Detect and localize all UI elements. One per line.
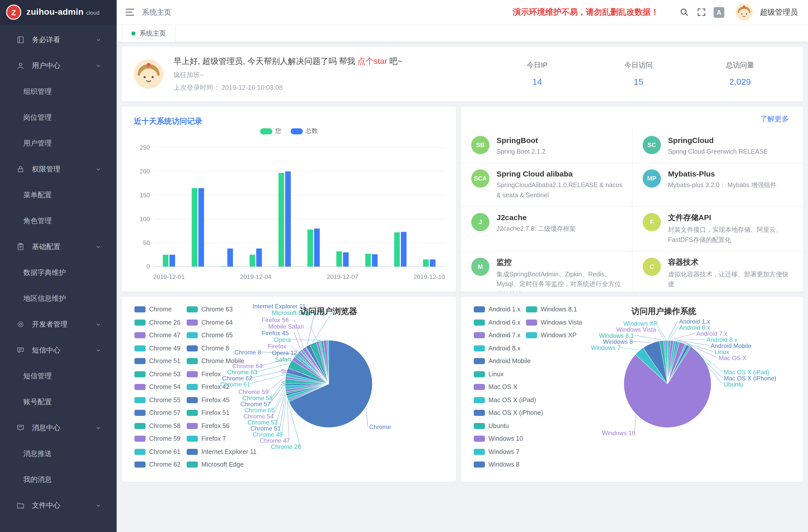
legend-item[interactable]: Firefox 7 — [187, 435, 239, 442]
bar[interactable] — [169, 255, 175, 267]
bar[interactable] — [198, 188, 204, 267]
bar[interactable] — [227, 249, 233, 267]
feature-m[interactable]: M监控集成SpringBootAdmin、Zipkin、Redis、Mysql、… — [461, 251, 632, 292]
legend-item[interactable]: Chrome 63 — [187, 306, 239, 313]
bar[interactable] — [394, 232, 400, 267]
font-size-icon[interactable]: A — [714, 7, 724, 18]
sidebar-item-user-center[interactable]: 用户中心 — [0, 53, 117, 79]
legend-item[interactable]: Chrome 64 — [187, 319, 239, 326]
sidebar-item-must-read[interactable]: 务必详看 — [0, 27, 117, 53]
sidebar-item-file-center[interactable]: 文件中心 — [0, 492, 117, 518]
sidebar-subitem-sms-manage[interactable]: 短信管理 — [0, 363, 117, 389]
visits-bar-chart[interactable]: 0501001502002502019-12-012019-12-042019-… — [128, 136, 451, 289]
sidebar-item-sms-center[interactable]: 短信中心 — [0, 337, 117, 363]
sidebar-item-message-center[interactable]: 消息中心 — [0, 415, 117, 441]
legend-item[interactable]: Chrome 59 — [134, 435, 187, 442]
legend-item[interactable]: Windows 8.1 — [526, 306, 578, 313]
breadcrumb[interactable]: 系统主页 — [142, 7, 171, 17]
sidebar-subitem-org[interactable]: 组织管理 — [0, 79, 117, 105]
bar[interactable] — [365, 254, 371, 267]
sidebar-item-developer[interactable]: 开发者管理 — [0, 311, 117, 337]
legend-item[interactable]: Windows 10 — [474, 435, 526, 442]
legend-item[interactable]: Windows XP — [526, 332, 578, 339]
legend-item[interactable]: 您 — [260, 127, 281, 135]
collapse-menu-icon[interactable] — [125, 7, 135, 17]
sidebar-subitem-my-msg[interactable]: 我的消息 — [0, 466, 117, 492]
legend-item[interactable]: Firefox — [187, 370, 239, 378]
legend-item[interactable]: Android 7.x — [474, 332, 526, 339]
sidebar-subitem-post[interactable]: 岗位管理 — [0, 105, 117, 130]
sidebar-subitem-role[interactable]: 角色管理 — [0, 208, 117, 234]
legend-item[interactable]: Mac OS X (iPad) — [474, 396, 526, 403]
bar[interactable] — [307, 230, 313, 267]
legend-item[interactable]: Chrome 26 — [134, 319, 187, 326]
sidebar-subitem-menu-config[interactable]: 菜单配置 — [0, 182, 117, 208]
stat-value[interactable]: 14 — [486, 77, 588, 87]
legend-item[interactable]: Chrome 49 — [134, 345, 187, 352]
sidebar-subitem-user[interactable]: 用户管理 — [0, 130, 117, 156]
user-avatar[interactable] — [735, 3, 753, 21]
feature-mp[interactable]: MPMybatis-PlusMybatis-plus 3.2.0： Mybati… — [632, 163, 803, 207]
legend-item[interactable]: Chrome 47 — [134, 332, 187, 339]
feature-c[interactable]: C容器技术虚拟化容器技术，让迁移、部署更加方便快捷 — [632, 251, 803, 292]
bar[interactable] — [221, 266, 226, 267]
legend-item[interactable]: Windows 7 — [474, 448, 526, 455]
legend-item[interactable]: Firefox 51 — [187, 409, 239, 416]
legend-item[interactable]: Ubuntu — [474, 422, 526, 429]
legend-item[interactable]: Firefox 42 — [187, 383, 239, 390]
bar[interactable] — [336, 251, 342, 267]
bar[interactable] — [343, 252, 349, 267]
legend-item[interactable]: Chrome 8 — [187, 345, 239, 352]
bar[interactable] — [163, 255, 168, 267]
bar[interactable] — [423, 259, 428, 267]
legend-item[interactable]: Chrome — [134, 306, 187, 313]
legend-item[interactable]: Internet Explorer 11 — [187, 448, 239, 455]
bar[interactable] — [285, 171, 291, 267]
learn-more-link[interactable]: 了解更多 — [760, 115, 789, 124]
sidebar-subitem-dict[interactable]: 数据字典维护 — [0, 260, 117, 286]
stat-value[interactable]: 15 — [588, 77, 689, 87]
legend-item[interactable]: Chrome 61 — [134, 448, 187, 455]
fullscreen-icon[interactable] — [696, 7, 706, 17]
bar[interactable] — [256, 249, 262, 267]
feature-sc[interactable]: SCSpringCloudSpring Cloud Greenwich.RELE… — [632, 130, 803, 163]
bar[interactable] — [401, 232, 406, 267]
legend-item[interactable]: Android 6.x — [474, 319, 526, 326]
legend-item[interactable]: Windows 8 — [474, 461, 526, 468]
sidebar-subitem-area[interactable]: 地区信息维护 — [0, 286, 117, 311]
legend-item[interactable]: Firefox 45 — [187, 396, 239, 403]
legend-item[interactable]: Mac OS X (iPhone) — [474, 409, 526, 416]
legend-item[interactable]: Chrome 54 — [134, 383, 187, 390]
sidebar-subitem-account-config[interactable]: 账号配置 — [0, 389, 117, 415]
username[interactable]: 超级管理员 — [760, 7, 798, 17]
feature-f[interactable]: F文件存储API封装文件接口，实现本地存储、阿里云、FastDFS存储的配置化 — [632, 206, 803, 251]
legend-item[interactable]: Windows Vista — [526, 319, 578, 326]
legend-item[interactable]: Firefox 56 — [187, 422, 239, 429]
legend-item[interactable]: Android 1.x — [474, 306, 526, 313]
bar[interactable] — [278, 173, 284, 267]
bar[interactable] — [192, 188, 197, 267]
sidebar-subitem-msg-push[interactable]: 消息推送 — [0, 441, 117, 466]
legend-item[interactable]: Chrome 55 — [134, 396, 187, 403]
feature-j[interactable]: JJ2cacheJ2cache2.7.8: 二级缓存框架 — [461, 206, 632, 251]
bar[interactable] — [314, 228, 319, 267]
feature-sca[interactable]: SCASpring Cloud alibabaSpringCloudAlibab… — [461, 163, 632, 207]
legend-item[interactable]: Android Mobile — [474, 357, 526, 365]
legend-item[interactable]: Chrome 62 — [134, 461, 187, 468]
legend-item[interactable]: Chrome 51 — [134, 357, 187, 365]
legend-item[interactable]: Chrome 57 — [134, 409, 187, 416]
legend-item[interactable]: Chrome 65 — [187, 332, 239, 339]
bar[interactable] — [372, 254, 378, 267]
legend-item[interactable]: Linux — [474, 370, 526, 378]
feature-sb[interactable]: SBSpringBootSpring Boot 2.1.2 — [461, 130, 632, 163]
bar[interactable] — [430, 259, 436, 267]
sidebar-item-base-config[interactable]: 基础配置 — [0, 234, 117, 260]
search-icon[interactable] — [679, 7, 689, 17]
legend-item[interactable]: Chrome 58 — [134, 422, 187, 429]
stat-value[interactable]: 2,029 — [689, 77, 791, 87]
legend-item[interactable]: Android 8.x — [474, 345, 526, 352]
legend-item[interactable]: Microsoft Edge — [187, 461, 239, 468]
app-logo[interactable]: Z zuihou-admincloud — [0, 0, 117, 24]
tab-home[interactable]: 系统主页 — [122, 24, 176, 42]
legend-item[interactable]: Chrome Mobile — [187, 357, 239, 365]
